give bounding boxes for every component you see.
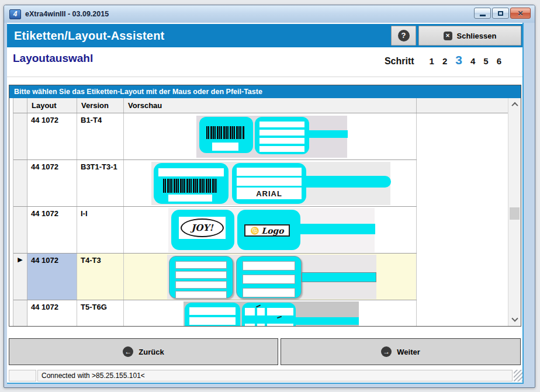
layout-cell[interactable]: 44 1072 (27, 113, 77, 159)
small-field (245, 324, 255, 326)
row-i-i[interactable]: 44 1072 I-I JOY! (13, 207, 417, 254)
column-header-vorschau[interactable]: Vorschau (124, 98, 417, 113)
zurueck-label: Zurück (139, 348, 164, 356)
label-tag-front (169, 256, 233, 299)
step-word: Schritt (385, 56, 414, 67)
text-line (175, 261, 227, 269)
preview-cell[interactable]: ARIAL (124, 160, 417, 206)
text-line (259, 138, 304, 144)
chevron-up-icon (511, 102, 518, 108)
row-filler (417, 207, 508, 254)
status-message: Connected with >85.25.155.101< (37, 370, 513, 381)
text-field (168, 195, 212, 202)
step-6: 6 (497, 56, 501, 66)
row-marker-cell (13, 113, 27, 159)
logo-symbol-icon: ♋ (250, 227, 259, 235)
app-logo-icon: 4 (9, 9, 21, 19)
selected-row-marker: ▶ (13, 254, 27, 300)
preview-cell[interactable] (124, 254, 417, 300)
step-5: 5 (483, 56, 488, 66)
maximize-button[interactable] (492, 8, 509, 19)
text-line (189, 317, 236, 325)
text-field (267, 308, 293, 315)
logo-word: Logo (261, 226, 283, 235)
column-header-version[interactable]: Version (77, 98, 124, 113)
layout-cell[interactable]: 44 1072 (27, 254, 77, 300)
row-marker-cell (13, 160, 27, 206)
version-cell[interactable]: T5-T6G (77, 300, 124, 326)
row-filler (417, 113, 508, 160)
column-header-layout[interactable]: Layout (27, 98, 77, 113)
weiter-label: Weiter (397, 348, 420, 356)
window-title: eXtra4winIII - 03.09.2015 (25, 10, 109, 18)
scroll-down-button[interactable] (508, 315, 521, 325)
resize-grip[interactable] (514, 370, 522, 381)
minimize-icon (480, 15, 486, 16)
version-cell[interactable]: B3T1-T3-1 (77, 160, 124, 206)
row-b3t1-t3-1[interactable]: 44 1072 B3T1-T3-1 (13, 160, 417, 207)
version-cell[interactable]: I-I (77, 207, 124, 253)
joy-image-field: JOY! (179, 217, 226, 239)
close-x-icon: ✕ (444, 32, 452, 40)
instruction-bar: Bitte wählen Sie das Etiketten-Layout mi… (9, 85, 521, 98)
layout-cell[interactable]: 44 1072 (27, 160, 77, 206)
text-line (259, 146, 304, 152)
label-tag-front: JOY! (171, 210, 234, 250)
small-field (257, 308, 265, 315)
row-marker-cell (13, 300, 27, 326)
label-tag-back (236, 256, 302, 299)
layout-list-panel: Bitte wählen Sie das Etiketten-Layout mi… (9, 85, 521, 327)
table-row: 44 1072 B1-T4 (13, 113, 508, 160)
table-row: 44 1072 B3T1-T3-1 (13, 160, 508, 207)
vertical-scrollbar[interactable] (508, 98, 521, 326)
version-cell[interactable]: B1-T4 (77, 113, 124, 159)
back-arrow-icon: ← (123, 346, 133, 357)
zurueck-button[interactable]: ← Zurück (9, 338, 278, 365)
label-tail-strip (306, 176, 391, 188)
scroll-up-button[interactable] (508, 99, 521, 109)
table-row: 44 1072 T5-T6G (13, 300, 508, 326)
weiter-button[interactable]: → Weiter (281, 338, 521, 365)
schliessen-button[interactable]: ✕ Schliessen (418, 26, 521, 46)
label-tag-back: ♋ Logo (237, 210, 300, 250)
table-row: 44 1072 I-I JOY! (13, 207, 508, 254)
wizard-nav-footer: ← Zurück → Weiter (9, 338, 521, 365)
label-tag-back (255, 117, 309, 154)
assistant-title: Etiketten/Layout-Assistent (14, 24, 164, 47)
text-line (175, 271, 227, 279)
table-row: ▶ 44 1072 T4-T3 (13, 254, 508, 300)
row-t5-t6g[interactable]: 44 1072 T5-T6G (13, 300, 417, 326)
close-window-button[interactable]: ✕ (510, 8, 531, 19)
text-line (259, 122, 304, 127)
text-line (175, 281, 227, 289)
preview-cell[interactable] (124, 300, 417, 326)
version-cell[interactable]: T4-T3 (77, 254, 124, 300)
help-button[interactable]: ? (391, 26, 416, 46)
arial-sample-field: ARIAL (237, 188, 302, 199)
small-field (257, 324, 265, 326)
app-window: 4 eXtra4winIII - 03.09.2015 ✕ Etiketten/… (4, 5, 535, 388)
step-4: 4 (470, 56, 475, 66)
annotation-mark (277, 316, 282, 319)
text-line (243, 288, 295, 297)
scrollbar-thumb[interactable] (510, 207, 520, 220)
minimize-button[interactable] (474, 8, 491, 19)
help-icon: ? (398, 30, 410, 41)
preview-cell[interactable] (124, 113, 417, 159)
preview-cell[interactable]: JOY! ♋ Logo (124, 207, 417, 253)
step-indicator: Schritt 1 2 3 4 5 6 (385, 53, 501, 67)
maximize-icon (498, 11, 503, 16)
logo-field: ♋ Logo (244, 224, 290, 237)
chevron-down-icon (511, 315, 518, 321)
status-panel-left (9, 370, 36, 381)
row-b1-t4[interactable]: 44 1072 B1-T4 (13, 113, 417, 160)
text-line (243, 261, 295, 270)
annotation-mark (256, 304, 261, 307)
text-line (259, 130, 304, 136)
layout-cell[interactable]: 44 1072 (27, 207, 77, 253)
row-t4-t3-selected[interactable]: ▶ 44 1072 T4-T3 (13, 254, 417, 300)
row-filler (417, 300, 508, 326)
window-titlebar[interactable]: 4 eXtra4winIII - 03.09.2015 ✕ (4, 5, 535, 23)
small-field (245, 308, 255, 315)
layout-cell[interactable]: 44 1072 (27, 300, 77, 326)
